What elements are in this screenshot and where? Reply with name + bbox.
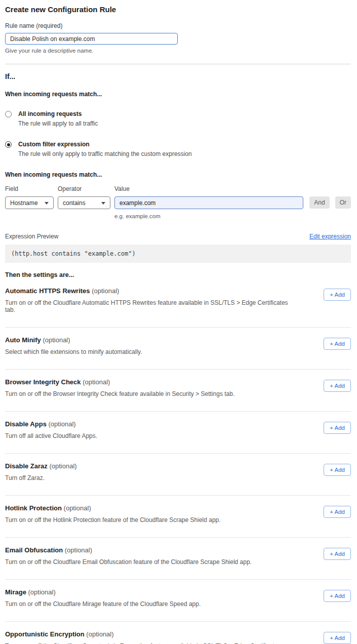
create-configuration-rule-form: Create new Configuration Rule Rule name … — [0, 0, 357, 644]
page-title: Create new Configuration Rule — [5, 5, 351, 14]
radio-label: Custom filter expression — [18, 141, 192, 148]
expression-preview-label: Expression Preview — [5, 233, 58, 240]
rule-name-label: Rule name (required) — [5, 22, 351, 29]
add-disable-zaraz-button[interactable]: + Add — [324, 464, 351, 476]
setting-optional-tag: (optional) — [49, 420, 76, 428]
match-type-radio-group: All incoming requests The rule will appl… — [5, 110, 351, 157]
field-select-value: Hostname — [10, 199, 38, 207]
expression-preview-code: (http.host contains "example.com") — [5, 245, 351, 263]
expression-preview-header: Expression Preview Edit expression — [5, 233, 351, 240]
rule-name-group: Rule name (required) Give your rule a de… — [5, 22, 351, 54]
setting-name: Disable Apps — [5, 420, 47, 428]
section-divider — [5, 64, 351, 64]
setting-name: Email Obfuscation — [5, 546, 63, 554]
setting-optional-tag: (optional) — [86, 630, 113, 638]
setting-description: Turn on or off the Browser Integrity Che… — [5, 390, 234, 397]
operator-column: Operator contains — [58, 185, 110, 209]
setting-optional-tag: (optional) — [28, 588, 56, 596]
setting-optional-tag: (optional) — [83, 378, 110, 386]
setting-row-hotlink-protection: Hotlink Protection (optional) Turn on or… — [5, 496, 351, 538]
setting-row-mirage: Mirage (optional) Turn on or off the Clo… — [5, 580, 351, 622]
setting-name: Mirage — [5, 588, 26, 596]
and-button[interactable]: And — [309, 196, 329, 209]
setting-row-automatic-https-rewrites: Automatic HTTPS Rewrites (optional) Turn… — [5, 278, 351, 328]
radio-description: The rule will apply to all traffic — [18, 120, 98, 127]
radio-label: All incoming requests — [18, 110, 98, 117]
radio-custom-filter-expression[interactable]: Custom filter expression The rule will o… — [5, 141, 351, 157]
value-input[interactable] — [114, 196, 303, 209]
setting-name: Opportunistic Encryption — [5, 630, 85, 638]
field-label: Field — [5, 185, 54, 192]
setting-description: Select which file extensions to minify a… — [5, 348, 142, 355]
add-browser-integrity-check-button[interactable]: + Add — [324, 380, 351, 392]
add-auto-minify-button[interactable]: + Add — [324, 338, 351, 350]
add-mirage-button[interactable]: + Add — [324, 590, 351, 602]
operator-label: Operator — [58, 185, 110, 192]
setting-name: Automatic HTTPS Rewrites — [5, 287, 90, 295]
or-button[interactable]: Or — [335, 196, 351, 209]
radio-checked-icon[interactable] — [5, 141, 12, 148]
setting-description: Turn on or off the Cloudflare Email Obfu… — [5, 558, 252, 566]
add-automatic-https-rewrites-button[interactable]: + Add — [324, 289, 351, 301]
field-select[interactable]: Hostname — [5, 196, 54, 209]
setting-description: Turn on or off the Cloudflare Automatic … — [5, 299, 289, 313]
setting-name: Disable Zaraz — [5, 462, 48, 470]
and-or-buttons: And Or — [309, 196, 351, 209]
setting-optional-tag: (optional) — [43, 336, 70, 344]
edit-expression-link[interactable]: Edit expression — [309, 233, 351, 240]
value-column: Value e.g. example.com — [114, 185, 303, 219]
settings-list: Automatic HTTPS Rewrites (optional) Turn… — [5, 278, 351, 644]
setting-row-disable-apps: Disable Apps (optional) Turn off all act… — [5, 412, 351, 454]
setting-optional-tag: (optional) — [49, 462, 76, 470]
rule-name-helper: Give your rule a descriptive name. — [5, 48, 351, 54]
setting-name: Hotlink Protection — [5, 504, 62, 512]
setting-optional-tag: (optional) — [65, 546, 92, 554]
radio-unchecked-icon[interactable] — [5, 111, 12, 117]
setting-row-email-obfuscation: Email Obfuscation (optional) Turn on or … — [5, 538, 351, 580]
setting-row-auto-minify: Auto Minify (optional) Select which file… — [5, 328, 351, 370]
add-disable-apps-button[interactable]: + Add — [324, 422, 351, 434]
operator-select[interactable]: contains — [58, 196, 110, 209]
setting-description: Turn on or off the Cloudflare Mirage fea… — [5, 600, 201, 608]
chevron-down-icon — [101, 202, 105, 205]
then-settings-heading: Then the settings are... — [5, 271, 351, 278]
setting-description: Turn off all active Cloudflare Apps. — [5, 432, 97, 439]
value-label: Value — [114, 185, 303, 192]
setting-row-browser-integrity-check: Browser Integrity Check (optional) Turn … — [5, 370, 351, 412]
field-column: Field Hostname — [5, 185, 54, 209]
radio-all-incoming-requests[interactable]: All incoming requests The rule will appl… — [5, 110, 351, 127]
add-hotlink-protection-button[interactable]: + Add — [324, 506, 351, 518]
chevron-down-icon — [45, 202, 49, 205]
value-helper: e.g. example.com — [114, 213, 303, 219]
setting-row-disable-zaraz: Disable Zaraz (optional) Turn off Zaraz.… — [5, 454, 351, 496]
setting-optional-tag: (optional) — [92, 287, 119, 295]
setting-name: Browser Integrity Check — [5, 378, 81, 386]
incoming-requests-match-label: When incoming requests match... — [5, 91, 351, 98]
setting-description: Turn off Zaraz. — [5, 474, 77, 481]
setting-name: Auto Minify — [5, 336, 41, 344]
add-opportunistic-encryption-button[interactable]: + Add — [324, 632, 351, 644]
rule-name-input[interactable] — [5, 33, 178, 45]
setting-optional-tag: (optional) — [64, 504, 91, 512]
operator-select-value: contains — [63, 199, 86, 207]
add-email-obfuscation-button[interactable]: + Add — [324, 548, 351, 560]
setting-description: Turn on or off the Hotlink Protection fe… — [5, 516, 221, 524]
filter-expression-builder: Field Hostname Operator contains Value e… — [5, 185, 351, 219]
filter-builder-match-label: When incoming requests match... — [5, 171, 351, 178]
if-heading: If... — [5, 72, 351, 80]
setting-row-opportunistic-encryption: Opportunistic Encryption (optional) Turn… — [5, 622, 351, 644]
radio-description: The rule will only apply to traffic matc… — [18, 150, 192, 157]
